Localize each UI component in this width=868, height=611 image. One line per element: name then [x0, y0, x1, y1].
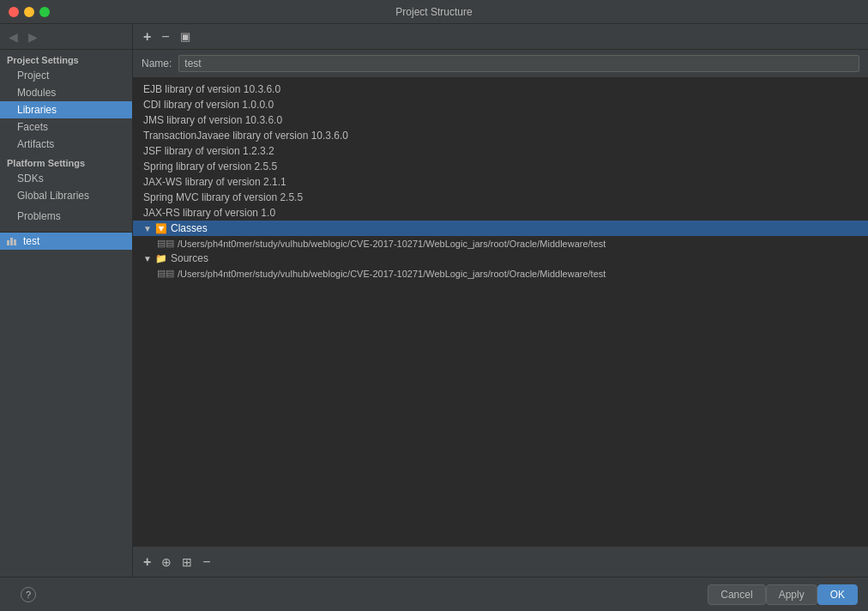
list-item: TransactionJavaee library of version 10.… — [133, 128, 868, 143]
name-row: Name: — [133, 50, 868, 78]
content-toolbar: + − ▣ — [133, 24, 868, 50]
library-list-item-test[interactable]: test — [0, 233, 132, 250]
window-title: Project Structure — [395, 6, 472, 18]
sidebar-item-libraries[interactable]: Libraries — [0, 101, 132, 118]
library-icon — [7, 238, 16, 245]
apply-button[interactable]: Apply — [766, 584, 817, 605]
list-item: JSF library of version 1.2.3.2 — [133, 143, 868, 159]
tree-sources-row[interactable]: ▼ 📁 Sources — [133, 251, 868, 266]
minimize-button[interactable] — [24, 7, 34, 17]
list-item: Spring MVC library of version 2.5.5 — [133, 190, 868, 205]
sidebar-item-global-libraries[interactable]: Global Libraries — [0, 187, 132, 204]
add-jar-button[interactable]: ⊞ — [178, 554, 196, 571]
sidebar-item-modules[interactable]: Modules — [0, 84, 132, 101]
titlebar: Project Structure — [0, 0, 868, 24]
footer-bar-inner: ? Cancel Apply OK — [10, 584, 858, 605]
sidebar-item-sdks[interactable]: SDKs — [0, 170, 132, 187]
forward-button[interactable]: ▶ — [25, 28, 41, 45]
close-button[interactable] — [9, 7, 19, 17]
sidebar: ◀ ▶ Project Settings Project Modules Lib… — [0, 24, 133, 577]
help-button[interactable]: ? — [21, 587, 36, 602]
remove-entry-button[interactable]: − — [199, 553, 214, 572]
add-copy-button[interactable]: ⊕ — [158, 554, 175, 571]
folder-icon: 📁 — [155, 253, 167, 264]
list-item: Spring library of version 2.5.5 — [133, 159, 868, 174]
list-item: EJB library of version 10.3.6.0 — [133, 82, 868, 97]
list-item: JAX-WS library of version 2.1.1 — [133, 174, 868, 190]
tree-classes-path-row: ▤▤ /Users/ph4nt0mer/study/vulhub/weblogi… — [133, 236, 868, 251]
copy-icon: ▣ — [180, 30, 190, 43]
remove-library-button[interactable]: − — [158, 27, 172, 46]
window-controls — [9, 7, 50, 17]
list-item: CDI library of version 1.0.0.0 — [133, 97, 868, 112]
sources-path: /Users/ph4nt0mer/study/vulhub/weblogic/C… — [178, 269, 606, 279]
copy-library-button[interactable]: ▣ — [177, 28, 194, 45]
maximize-button[interactable] — [39, 7, 50, 17]
list-item: JMS library of version 10.3.6.0 — [133, 112, 868, 128]
tree-classes-row[interactable]: ▼ 🔽 Classes — [133, 221, 868, 236]
sources-toggle[interactable]: ▼ — [143, 254, 152, 263]
sidebar-item-facets[interactable]: Facets — [0, 118, 132, 136]
sources-label: Sources — [171, 252, 208, 264]
name-input[interactable] — [178, 55, 859, 72]
sidebar-nav-bar: ◀ ▶ — [0, 24, 132, 50]
sidebar-item-problems[interactable]: Problems — [0, 208, 132, 225]
content-area: + − ▣ Name: EJB library of version 10.3.… — [133, 24, 868, 577]
add-library-button[interactable]: + — [140, 27, 154, 46]
classes-toggle[interactable]: ▼ — [143, 224, 152, 233]
footer-bar: ? Cancel Apply OK — [0, 577, 868, 611]
sidebar-item-artifacts[interactable]: Artifacts — [0, 136, 132, 153]
cancel-button[interactable]: Cancel — [708, 584, 765, 605]
add-entry-button[interactable]: + — [140, 553, 154, 572]
library-list: EJB library of version 10.3.6.0 CDI libr… — [133, 78, 868, 546]
classes-label: Classes — [171, 222, 208, 234]
file-icon: ▤▤ — [157, 238, 174, 249]
main-container: ◀ ▶ Project Settings Project Modules Lib… — [0, 24, 868, 577]
tree-sources-path-row: ▤▤ /Users/ph4nt0mer/study/vulhub/weblogi… — [133, 266, 868, 281]
list-item: JAX-RS library of version 1.0 — [133, 205, 868, 221]
classes-icon: 🔽 — [155, 223, 167, 234]
project-settings-header: Project Settings — [0, 50, 132, 67]
back-button[interactable]: ◀ — [5, 28, 21, 45]
name-label: Name: — [142, 57, 172, 70]
platform-settings-header: Platform Settings — [0, 153, 132, 170]
classes-path: /Users/ph4nt0mer/study/vulhub/weblogic/C… — [178, 239, 606, 249]
sidebar-item-project[interactable]: Project — [0, 67, 132, 84]
ok-button[interactable]: OK — [817, 584, 858, 605]
file-icon-2: ▤▤ — [157, 268, 174, 279]
bottom-toolbar: + ⊕ ⊞ − — [133, 546, 868, 577]
